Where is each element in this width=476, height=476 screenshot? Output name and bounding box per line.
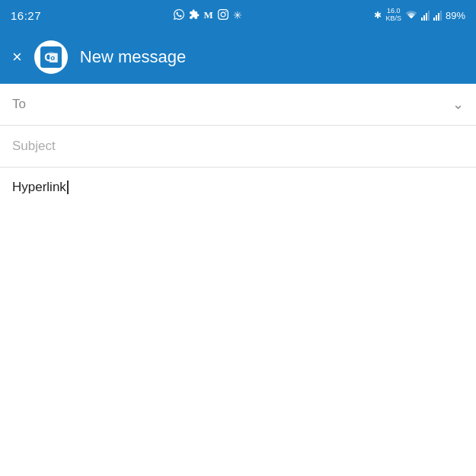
message-body-text: Hyperlink bbox=[12, 180, 464, 195]
message-body-area[interactable]: Hyperlink bbox=[0, 168, 476, 472]
wifi-icon bbox=[405, 10, 417, 21]
text-cursor bbox=[67, 180, 69, 194]
whatsapp-icon bbox=[174, 9, 184, 22]
subject-placeholder: Subject bbox=[12, 139, 56, 154]
puzzle-icon bbox=[189, 9, 200, 22]
status-bar: 16:27 M ✳ ✱ 16.0KB/S bbox=[0, 0, 476, 30]
to-field-row[interactable]: To ⌄ bbox=[0, 84, 476, 126]
compose-body: To ⌄ Subject Hyperlink bbox=[0, 84, 476, 472]
to-chevron-icon[interactable]: ⌄ bbox=[452, 96, 464, 113]
status-time: 16:27 bbox=[11, 9, 41, 22]
bluetooth-icon: ✱ bbox=[374, 10, 382, 21]
status-bar-center-icons: M ✳ bbox=[174, 9, 242, 22]
data-speed-label: 16.0KB/S bbox=[385, 8, 401, 23]
to-label: To bbox=[12, 97, 452, 112]
signal2-icon bbox=[433, 10, 442, 21]
header-title: New message bbox=[80, 47, 186, 67]
gmail-icon: M bbox=[204, 9, 213, 21]
app-header: × O o New message bbox=[0, 30, 476, 84]
outlook-icon: O o bbox=[34, 40, 68, 74]
body-content: Hyperlink bbox=[12, 180, 66, 195]
signal1-icon bbox=[421, 10, 430, 21]
asterisk-icon: ✳ bbox=[233, 9, 242, 21]
subject-field-row[interactable]: Subject bbox=[0, 126, 476, 168]
status-bar-right-icons: ✱ 16.0KB/S 89% bbox=[374, 8, 465, 23]
battery-label: 89% bbox=[446, 10, 465, 21]
instagram-icon bbox=[218, 9, 228, 22]
close-button[interactable]: × bbox=[12, 49, 22, 65]
svg-text:o: o bbox=[50, 53, 55, 62]
